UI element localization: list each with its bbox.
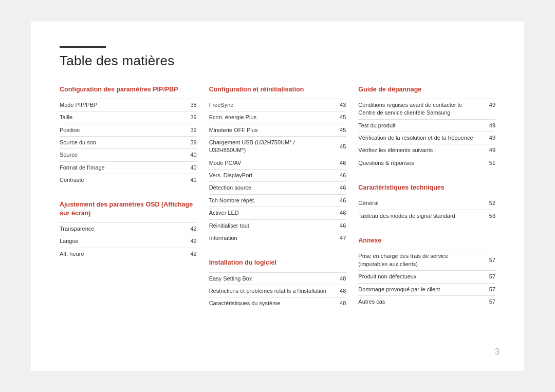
table-row: Questions & réponses51 [358,157,495,169]
table-row: Produit non défectueux57 [358,271,495,283]
osd-table: Transparence42Langue42Aff. heure42 [60,222,197,260]
title-bar [60,46,106,48]
table-row: Transparence42 [60,222,197,235]
table-row: Mode PIP/PBP38 [60,99,197,111]
table-row: Restrictions et problèmes relatifs à l'i… [209,285,346,297]
toc-page: 45 [331,111,346,124]
table-row: Chargement USB (U32H750UM* / U32H850UM*)… [209,136,346,157]
table-row: Dommage provoqué par le client57 [358,283,495,295]
toc-label: Questions & réponses [358,157,481,169]
toc-label: Réinitialiser tout [209,219,332,232]
table-row: Vérification de la résolution et de la f… [358,132,495,144]
toc-page: 57 [481,250,495,271]
toc-label: Taille [60,111,182,124]
toc-label: Position [60,124,182,136]
toc-page: 42 [182,222,197,235]
toc-page: 48 [331,297,346,310]
annexe-table: Prise en charge des frais de service (im… [358,250,495,308]
toc-label: Restrictions et problèmes relatifs à l'i… [209,285,332,297]
toc-label: Autres cas [358,295,481,308]
section-title-osd: Ajustement des paramètres OSD (Affichage… [60,200,197,217]
toc-page: 52 [481,197,495,210]
table-row: Général52 [358,197,495,210]
caract-table: Général52Tableau des modes de signal sta… [358,197,495,222]
toc-label: Général [358,197,481,210]
table-row: Conditions requises avant de contacter l… [358,99,495,119]
toc-label: Vérification de la résolution et de la f… [358,132,481,144]
table-row: Source40 [60,149,197,161]
column-1: Configuration des paramètres PIP/PBP Mod… [60,85,209,324]
toc-page: 38 [182,99,197,111]
toc-page: 42 [182,235,197,248]
toc-page: 46 [331,194,346,207]
table-row: Prise en charge des frais de service (im… [358,250,495,271]
toc-label: Mode PIP/PBP [60,99,182,111]
config-table: FreeSync43Econ. énergie Plus45Minuterie … [209,99,346,245]
pip-table: Mode PIP/PBP38Taille39Position39Source d… [60,99,197,186]
toc-page: 42 [182,248,197,260]
toc-label: Produit non défectueux [358,271,481,283]
section-title-config: Configuration et réinitialisation [209,85,346,94]
column-2: Configuration et réinitialisation FreeSy… [209,85,359,324]
toc-label: Conditions requises avant de contacter l… [358,99,481,119]
table-row: Contraste41 [60,174,197,186]
table-row: Langue42 [60,235,197,248]
toc-page: 39 [182,124,197,136]
toc-page: 46 [331,219,346,232]
toc-label: Transparence [60,222,182,235]
toc-page: 45 [331,124,346,136]
toc-label: Econ. énergie Plus [209,111,332,124]
table-row: Easy Setting Box48 [209,272,346,285]
toc-label: Vers. DisplayPort [209,170,332,182]
toc-label: Langue [60,235,182,248]
table-row: Mode PC/AV46 [209,157,346,169]
table-row: Tch Nombre répét.46 [209,194,346,207]
table-row: Autres cas57 [358,295,495,308]
toc-page: 40 [182,161,197,174]
table-row: Format de l'image40 [60,161,197,174]
table-row: Position39 [60,124,197,136]
page: Table des matières Configuration des par… [31,22,524,371]
toc-label: Dommage provoqué par le client [358,283,481,295]
section-title-pip: Configuration des paramètres PIP/PBP [60,85,197,94]
section-title-annexe: Annexe [358,236,495,245]
table-row: Vers. DisplayPort46 [209,170,346,182]
toc-page: 47 [331,232,346,245]
toc-page: 41 [182,174,197,186]
section-title-logiciel: Installation du logiciel [209,258,346,267]
toc-label: Vérifiez les éléments suivants : [358,144,481,157]
section-osd: Ajustement des paramètres OSD (Affichage… [60,200,197,260]
toc-page: 48 [331,272,346,285]
toc-label: Format de l'image [60,161,182,174]
table-row: Source du son39 [60,136,197,148]
table-row: Aff. heure42 [60,248,197,260]
toc-page: 45 [331,136,346,157]
toc-label: Détection source [209,182,332,194]
toc-page: 49 [481,144,495,157]
table-row: Econ. énergie Plus45 [209,111,346,124]
table-row: Taille39 [60,111,197,124]
toc-label: Mode PC/AV [209,157,332,169]
toc-page: 39 [182,111,197,124]
toc-label: Tableau des modes de signal standard [358,210,481,222]
toc-page: 57 [481,283,495,295]
toc-page: 46 [331,157,346,169]
page-title: Table des matières [60,53,495,69]
toc-page: 49 [481,99,495,119]
toc-page: 57 [481,271,495,283]
logiciel-table: Easy Setting Box48Restrictions et problè… [209,272,346,310]
table-row: Tableau des modes de signal standard53 [358,210,495,222]
section-title-caract: Caractéristiques techniques [358,183,495,192]
guide-table: Conditions requises avant de contacter l… [358,99,495,169]
section-caract: Caractéristiques techniques Général52Tab… [358,183,495,222]
page-number: 3 [495,347,499,357]
table-row: Réinitialiser tout46 [209,219,346,232]
table-row: Test du produit49 [358,119,495,132]
toc-page: 48 [331,285,346,297]
toc-label: Source [60,149,182,161]
section-config: Configuration et réinitialisation FreeSy… [209,85,346,245]
toc-label: Activer LED [209,207,332,219]
toc-page: 57 [481,295,495,308]
table-row: Information47 [209,232,346,245]
toc-page: 49 [481,119,495,132]
